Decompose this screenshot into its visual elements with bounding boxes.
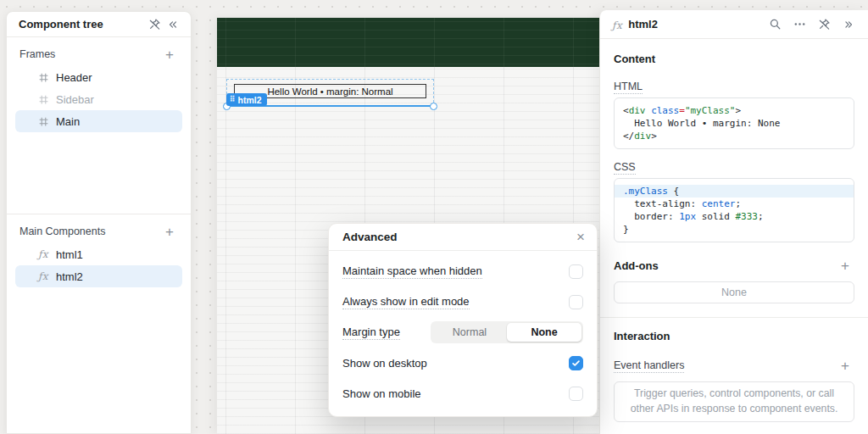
inspector-title: html2 <box>628 18 760 31</box>
section-divider <box>600 317 868 318</box>
frame-icon <box>37 93 49 105</box>
frame-icon <box>37 115 49 127</box>
tree-item-html1[interactable]: ƒx html1 <box>15 243 182 265</box>
frames-section-label: Frames <box>19 48 55 60</box>
more-options-icon[interactable] <box>790 15 809 34</box>
main-components-label: Main Components <box>19 225 105 237</box>
maintain-space-label: Maintain space when hidden <box>342 264 482 279</box>
css-code-editor[interactable]: .myClass { text-align: center; border: 1… <box>614 178 854 242</box>
unpin-icon[interactable] <box>815 15 833 34</box>
margin-type-label: Margin type <box>342 326 400 340</box>
event-handlers-label: Event handlers <box>614 359 684 371</box>
frames-section: Frames + Header Sidebar Main <box>7 37 191 132</box>
margin-type-segmented-control: Normal None <box>431 321 583 343</box>
maintain-space-checkbox[interactable] <box>569 264 583 279</box>
frame-icon <box>37 71 49 83</box>
show-on-mobile-checkbox[interactable] <box>569 387 583 401</box>
html-component-text: Hello World • margin: Normal <box>267 86 392 97</box>
component-tree-panel: Component tree Frames + Header <box>6 11 192 434</box>
always-show-checkbox[interactable] <box>569 295 583 309</box>
show-on-desktop-row: Show on desktop <box>342 348 583 378</box>
margin-type-row: Margin type Normal None <box>342 317 583 348</box>
selected-component-outline[interactable]: Hello World • margin: Normal ⠿ html2 <box>226 79 434 107</box>
advanced-modal: Advanced × Maintain space when hidden Al… <box>328 223 598 417</box>
component-badge[interactable]: ⠿ html2 <box>226 93 267 106</box>
margin-normal-option[interactable]: Normal <box>432 323 507 342</box>
interaction-section-title: Interaction <box>614 330 854 342</box>
show-on-desktop-label: Show on desktop <box>342 357 427 370</box>
show-on-desktop-checkbox[interactable] <box>569 356 583 370</box>
drag-handle-icon: ⠿ <box>230 96 236 103</box>
addons-section-title: Add-ons <box>614 259 659 272</box>
add-component-button[interactable]: + <box>160 222 179 241</box>
tree-item-html2[interactable]: ƒx html2 <box>15 265 182 287</box>
component-tree-header: Component tree <box>7 12 191 37</box>
advanced-modal-title: Advanced <box>342 231 398 243</box>
fx-icon: ƒx <box>37 270 49 282</box>
always-show-row: Always show in edit mode <box>342 287 583 317</box>
checkmark-icon <box>571 359 581 368</box>
margin-none-option[interactable]: None <box>507 323 581 342</box>
event-handlers-placeholder[interactable]: Trigger queries, control components, or … <box>614 381 854 422</box>
event-handlers-row: Event handlers + <box>614 356 854 375</box>
fx-icon: ƒx <box>37 248 49 260</box>
html-field-label: HTML <box>614 81 854 92</box>
css-field-label: CSS <box>614 161 854 173</box>
inspector-panel: ƒx html2 Content HTML <div class="myClas… <box>599 10 868 434</box>
addons-header-row: Add-ons + <box>614 256 854 275</box>
fx-icon: ƒx <box>612 17 622 32</box>
add-event-handler-button[interactable]: + <box>836 356 854 375</box>
main-components-section: Main Components + ƒx html1 ƒx html2 <box>7 214 191 287</box>
tree-item-sidebar[interactable]: Sidebar <box>15 88 182 110</box>
advanced-modal-header: Advanced × <box>329 224 597 251</box>
show-on-mobile-row: Show on mobile <box>342 378 583 409</box>
inspector-header: ƒx html2 <box>600 10 868 39</box>
content-section-title: Content <box>614 53 854 65</box>
addons-none-field[interactable]: None <box>614 281 854 303</box>
unpin-icon[interactable] <box>145 15 164 34</box>
tree-item-main[interactable]: Main <box>15 110 182 132</box>
collapse-panel-icon[interactable] <box>164 15 182 34</box>
tree-item-header[interactable]: Header <box>15 66 182 88</box>
add-addon-button[interactable]: + <box>836 256 854 275</box>
maintain-space-row: Maintain space when hidden <box>342 256 583 287</box>
add-frame-button[interactable]: + <box>160 45 179 64</box>
close-icon[interactable]: × <box>576 230 585 244</box>
search-icon[interactable] <box>765 15 784 34</box>
always-show-label: Always show in edit mode <box>342 295 470 309</box>
resize-handle-right[interactable] <box>430 103 437 110</box>
component-tree-title: Component tree <box>19 18 145 31</box>
collapse-inspector-icon[interactable] <box>839 15 858 34</box>
html-code-editor[interactable]: <div class="myClass"> Hello World • marg… <box>614 97 854 149</box>
show-on-mobile-label: Show on mobile <box>342 387 421 400</box>
